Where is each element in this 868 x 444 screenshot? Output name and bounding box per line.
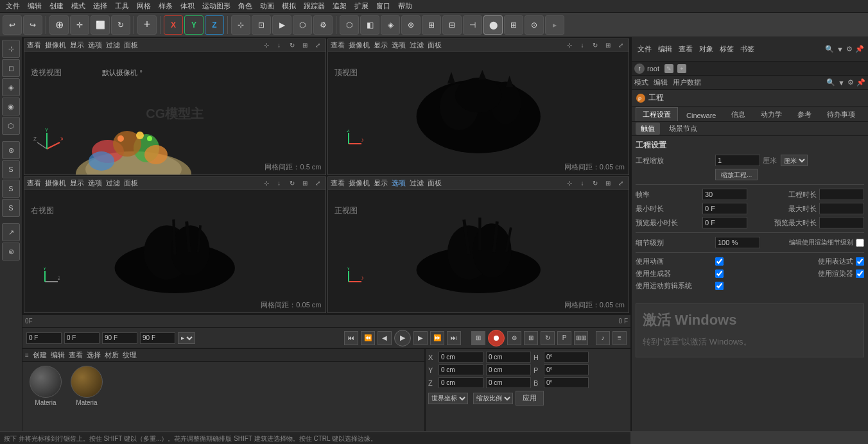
coord-y1-field[interactable] <box>438 364 483 375</box>
right-settings-icon[interactable]: ⚙ <box>846 45 853 53</box>
vp-bl-icon-fullscreen[interactable]: ⤢ <box>313 178 323 189</box>
right-search-icon[interactable]: 🔍 <box>825 45 834 53</box>
prop-cb-gen[interactable] <box>715 269 724 278</box>
vp-tr-menu-view[interactable]: 查看 <box>331 40 345 50</box>
toolbar-move[interactable]: ✛ <box>70 15 89 35</box>
sidebar-btn-S3[interactable]: S <box>2 199 20 217</box>
vp-bl-menu-options[interactable]: 选项 <box>88 178 102 188</box>
prop-field-previewmax[interactable] <box>819 217 864 228</box>
toolbar-camera[interactable]: ⊙ <box>525 15 544 35</box>
toolbar-render-settings[interactable]: ⚙ <box>313 15 333 35</box>
right-filter-icon[interactable]: ▼ <box>837 46 844 53</box>
anim-btn-transport1[interactable]: ⊞ <box>471 331 485 345</box>
toolbar-display2[interactable]: ⊟ <box>442 15 462 35</box>
anim-btn-transport4[interactable]: ⊞ <box>524 331 538 345</box>
sub-tab-value[interactable]: 触值 <box>636 123 660 135</box>
vp-br-icon-down[interactable]: ↓ <box>577 178 587 189</box>
vp-br-menu-cam[interactable]: 摄像机 <box>349 178 370 188</box>
toolbar-pipe[interactable]: ⊣ <box>463 15 482 35</box>
menu-volume[interactable]: 体积 <box>177 1 198 11</box>
sidebar-btn-4[interactable]: ◉ <box>2 98 20 115</box>
menu-select[interactable]: 选择 <box>90 1 110 11</box>
vp-tl-icon-refresh[interactable]: ↻ <box>287 40 297 51</box>
vp-tr-menu-display[interactable]: 显示 <box>374 40 388 50</box>
anim-btn-prev[interactable]: ◀ <box>378 331 392 345</box>
toolbar-grid[interactable]: ⊞ <box>504 15 523 35</box>
anim-btn-sound[interactable]: ♪ <box>596 331 610 345</box>
vp-tl-menu-view[interactable]: 查看 <box>27 40 41 50</box>
right-top-menu-bookmark[interactable]: 书签 <box>738 44 756 54</box>
prop-cb-anim[interactable] <box>715 257 724 266</box>
sidebar-btn-2[interactable]: ◻ <box>2 59 20 77</box>
menu-track[interactable]: 追架 <box>329 1 350 11</box>
coord-y2-field[interactable] <box>486 364 531 375</box>
toolbar-rotate[interactable]: ↻ <box>111 15 130 35</box>
vp-bl-icon-expand[interactable]: ⊞ <box>300 178 310 189</box>
root-edit-icon[interactable]: ✎ <box>664 64 673 73</box>
toolbar-light[interactable]: ⊛ <box>401 15 421 35</box>
anim-btn-tostart[interactable]: ⏮ <box>344 331 358 345</box>
vp-bl-menu-display[interactable]: 显示 <box>70 178 84 188</box>
vp-tl-menu-panel[interactable]: 面板 <box>124 40 138 50</box>
prop-field-lod[interactable] <box>715 237 760 248</box>
coord-scale-select[interactable]: 缩放比例 <box>473 393 513 404</box>
toolbar-expand[interactable]: ▸ <box>545 15 564 35</box>
prop-btn-scale[interactable]: 缩放工程... <box>715 169 758 180</box>
vp-tl-icon-down[interactable]: ↓ <box>274 40 284 51</box>
anim-btn-motion[interactable]: ≡ <box>612 331 627 345</box>
material-item-1[interactable]: Materia <box>26 366 65 406</box>
menu-edit[interactable]: 编辑 <box>24 1 45 11</box>
vp-br-menu-display[interactable]: 显示 <box>374 178 388 188</box>
right-top-menu-file[interactable]: 文件 <box>636 44 654 54</box>
toolbar-snap[interactable]: ⊡ <box>252 15 271 35</box>
menu-mode[interactable]: 模式 <box>68 1 89 11</box>
vp-br-menu-options[interactable]: 选项 <box>392 178 406 188</box>
coord-x2-field[interactable] <box>486 352 531 363</box>
menu-spline[interactable]: 样条 <box>155 1 176 11</box>
sub-tab-scene[interactable]: 场景节点 <box>664 123 702 135</box>
vp-tl-menu-cam[interactable]: 摄像机 <box>45 40 66 50</box>
right-top-menu-view[interactable]: 查看 <box>677 44 695 54</box>
viewport-bottomleft[interactable]: 查看 摄像机 显示 选项 过滤 面板 ⊹ ↓ ↻ ⊞ ⤢ CG模型主 <box>24 176 326 313</box>
mat-menu-texture[interactable]: 纹理 <box>123 350 137 360</box>
vp-tr-menu-filter[interactable]: 过滤 <box>410 40 424 50</box>
vp-bl-icon-move[interactable]: ⊹ <box>261 178 272 189</box>
toolbar-axis-z[interactable]: Z <box>205 15 224 35</box>
menu-file[interactable]: 文件 <box>3 1 23 11</box>
sidebar-btn-6[interactable]: ⊛ <box>2 141 20 159</box>
mat-menu-create[interactable]: 创建 <box>33 350 47 360</box>
vp-br-icon-expand[interactable]: ⊞ <box>603 178 613 189</box>
anim-btn-transport7[interactable]: ⊞⊞ <box>574 331 588 345</box>
vp-tr-menu-cam[interactable]: 摄像机 <box>349 40 370 50</box>
anim-btn-nextkey[interactable]: ⏩ <box>430 331 444 345</box>
vp-br-icon-refresh[interactable]: ↻ <box>590 178 600 189</box>
prop-field-scale[interactable] <box>715 155 760 166</box>
mat-menu-select[interactable]: 选择 <box>87 350 101 360</box>
anim-fps-select[interactable]: ▸ <box>178 332 195 344</box>
prop-tab-cineware[interactable]: Cineware <box>679 109 723 121</box>
sidebar-btn-5[interactable]: ⬡ <box>2 117 20 135</box>
anim-btn-play[interactable]: ▶ <box>394 330 411 346</box>
right-mode-search-icon[interactable]: 🔍 <box>826 78 835 87</box>
menu-tracker[interactable]: 跟踪器 <box>300 1 328 11</box>
prop-tab-todo[interactable]: 待办事项 <box>820 107 862 121</box>
anim-btn-toend[interactable]: ⏭ <box>447 331 461 345</box>
coord-space-select[interactable]: 世界坐标 <box>428 393 468 404</box>
mat-menu-material[interactable]: 材质 <box>105 350 119 360</box>
anim-btn-next[interactable]: ▶ <box>413 331 428 345</box>
menu-window[interactable]: 窗口 <box>373 1 394 11</box>
coord-apply-btn[interactable]: 应用 <box>516 391 544 406</box>
sidebar-btn-magnet[interactable]: ⊚ <box>2 243 20 260</box>
vp-br-menu-panel[interactable]: 面板 <box>428 178 442 188</box>
anim-start-frame[interactable] <box>64 332 100 344</box>
viewport-bottomright[interactable]: 查看 摄像机 显示 选项 过滤 面板 ⊹ ↓ ↻ ⊞ ⤢ CG模型主 <box>327 176 630 313</box>
right-mode-menu1[interactable]: 模式 <box>634 78 648 87</box>
vp-tl-icon-fullscreen[interactable]: ⤢ <box>313 40 323 51</box>
vp-tr-icon-expand[interactable]: ⊞ <box>603 40 613 51</box>
prop-unit-select[interactable]: 厘米 <box>781 155 808 166</box>
sidebar-btn-arrow[interactable]: ↗ <box>2 223 20 241</box>
vp-tr-menu-panel[interactable]: 面板 <box>428 40 442 50</box>
toolbar-shading[interactable]: ◈ <box>381 15 400 35</box>
vp-tr-icon-fullscreen[interactable]: ⤢ <box>616 40 626 51</box>
vp-bl-menu-filter[interactable]: 过滤 <box>106 178 120 188</box>
